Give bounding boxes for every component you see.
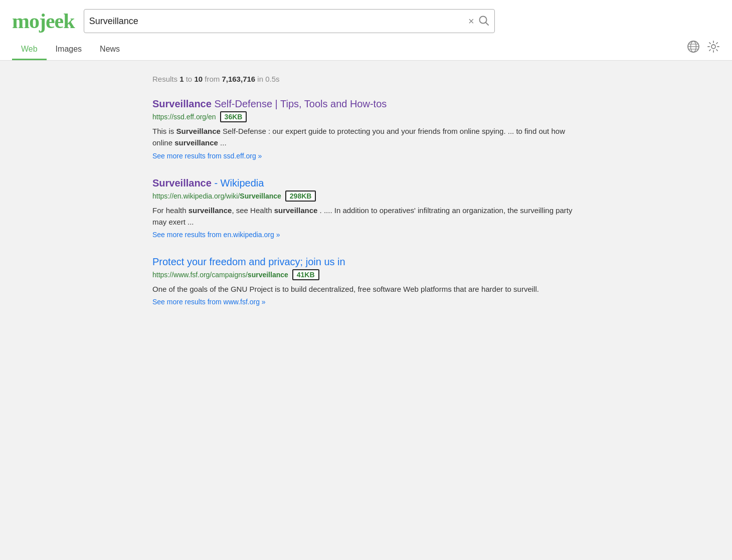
result-title-highlight: Surveillance xyxy=(152,177,212,189)
search-button[interactable] xyxy=(478,15,489,28)
search-input[interactable] xyxy=(89,16,468,27)
result-more-link[interactable]: See more results from www.fsf.org » xyxy=(152,298,266,306)
result-size-badge: 41KB xyxy=(292,269,319,280)
result-item: Surveillance Self-Defense | Tips, Tools … xyxy=(152,97,580,160)
result-snippet: For health surveillance, see Health surv… xyxy=(152,205,580,228)
logo[interactable]: mojeek xyxy=(12,11,75,32)
header: mojeek × Web Images News xyxy=(0,0,732,61)
result-url-line: https://www.fsf.org/campaigns/surveillan… xyxy=(152,269,580,280)
result-url-line: https://en.wikipedia.org/wiki/Surveillan… xyxy=(152,191,580,202)
main-content: Results 1 to 10 from 7,163,716 in 0.5s S… xyxy=(140,61,592,342)
result-snippet: This is Surveillance Self-Defense : our … xyxy=(152,125,580,149)
results-total: 7,163,716 xyxy=(222,75,255,83)
clear-button[interactable]: × xyxy=(468,16,474,26)
search-icon xyxy=(478,15,489,26)
result-more-link[interactable]: See more results from en.wikipedia.org » xyxy=(152,231,280,239)
nav-header: Web Images News xyxy=(12,40,720,60)
result-title: Surveillance Self-Defense | Tips, Tools … xyxy=(152,97,580,110)
results-end: 10 xyxy=(194,75,203,83)
svg-line-1 xyxy=(485,22,488,25)
header-top: mojeek × xyxy=(12,9,720,33)
search-bar: × xyxy=(84,9,495,33)
result-title-rest: Self-Defense | Tips, Tools and How-tos xyxy=(212,98,387,109)
globe-icon[interactable] xyxy=(687,40,700,56)
result-item: Surveillance - Wikipedia https://en.wiki… xyxy=(152,176,580,240)
result-url: https://www.fsf.org/campaigns/surveillan… xyxy=(152,271,288,279)
result-title: Surveillance - Wikipedia xyxy=(152,176,580,190)
result-title-text: Protect your freedom and privacy; join u… xyxy=(152,256,345,267)
result-size-badge: 36KB xyxy=(220,111,247,122)
result-link[interactable]: Surveillance - Wikipedia xyxy=(152,177,264,189)
result-link[interactable]: Protect your freedom and privacy; join u… xyxy=(152,256,345,267)
result-snippet: One of the goals of the GNU Project is t… xyxy=(152,283,580,295)
result-item: Protect your freedom and privacy; join u… xyxy=(152,255,580,306)
tab-images[interactable]: Images xyxy=(47,41,91,60)
tab-web[interactable]: Web xyxy=(12,41,47,60)
result-url-line: https://ssd.eff.org/en 36KB xyxy=(152,111,580,122)
result-size-badge: 298KB xyxy=(285,191,316,202)
nav-right xyxy=(687,40,720,60)
settings-icon[interactable] xyxy=(707,40,720,56)
results-summary: Results 1 to 10 from 7,163,716 in 0.5s xyxy=(152,75,580,83)
result-link[interactable]: Surveillance Self-Defense | Tips, Tools … xyxy=(152,98,387,109)
results-start: 1 xyxy=(179,75,184,83)
result-more-link[interactable]: See more results from ssd.eff.org » xyxy=(152,152,262,160)
svg-point-7 xyxy=(711,45,715,49)
result-title-rest: - Wikipedia xyxy=(212,177,264,189)
tab-news[interactable]: News xyxy=(91,41,129,60)
result-title-highlight: Surveillance xyxy=(152,98,212,109)
result-url: https://en.wikipedia.org/wiki/Surveillan… xyxy=(152,192,281,200)
result-url: https://ssd.eff.org/en xyxy=(152,113,216,121)
result-title: Protect your freedom and privacy; join u… xyxy=(152,255,580,268)
nav-tabs: Web Images News xyxy=(12,40,129,60)
